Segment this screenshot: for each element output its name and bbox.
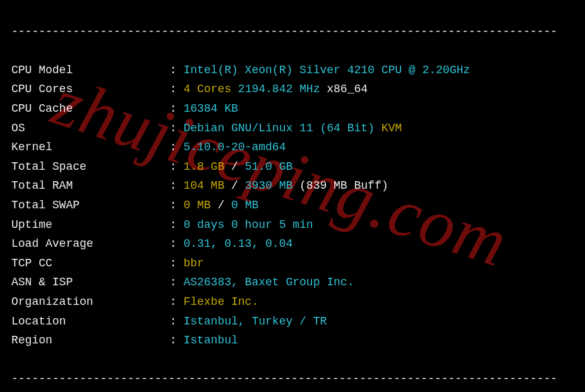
row-label: CPU Model [11,61,163,80]
row-separator: : [163,276,183,288]
row-label: Total Space [11,157,163,177]
row-value: 1.8 GB [183,160,231,173]
specs-row: Total SWAP : 0 MB / 0 MB [11,196,574,215]
row-separator: : [163,237,183,250]
row-value: bbr [183,257,203,270]
row-label: Region [11,331,163,350]
row-value: KVM [382,122,402,134]
specs-row: Region : Istanbul [11,331,574,350]
row-label: CPU Cache [11,99,163,119]
row-label: Total RAM [11,176,163,196]
row-separator: : [163,83,183,95]
row-value: 3930 MB [245,179,299,192]
row-label: TCP CC [11,254,163,273]
row-value: Debian GNU/Linux 11 (64 Bit) [183,122,381,134]
row-value: 51.0 GB [245,160,293,173]
specs-row: Organization : Flexbe Inc. [11,292,574,312]
row-separator: : [163,218,183,231]
row-value: 5.10.0-20-amd64 [183,141,286,153]
row-label: Location [11,312,163,331]
row-label: Organization [11,292,163,312]
row-value: x86_64 [327,83,368,95]
row-value: AS26383, Baxet Group Inc. [183,276,354,288]
row-separator: : [163,315,183,328]
row-value: 104 MB [183,179,231,192]
row-label: Total SWAP [11,196,163,215]
row-label: Load Average [11,234,163,254]
row-value: / [217,199,231,211]
row-value: Flexbe Inc. [183,295,258,308]
specs-row: Location : Istanbul, Turkey / TR [11,312,574,331]
row-value: / [231,179,245,192]
row-value: / [231,160,245,173]
row-separator: : [163,122,183,134]
row-value: 4 Cores [183,83,238,95]
specs-row: OS : Debian GNU/Linux 11 (64 Bit) KVM [11,119,574,138]
row-separator: : [163,141,183,153]
row-value: Istanbul, Turkey / TR [183,315,327,328]
row-label: CPU Cores [11,80,163,99]
specs-row: Kernel : 5.10.0-20-amd64 [11,138,574,157]
row-separator: : [163,64,183,76]
specs-row: Total Space : 1.8 GB / 51.0 GB [11,157,574,177]
specs-row: ASN & ISP : AS26383, Baxet Group Inc. [11,273,574,292]
row-separator: : [163,199,183,211]
row-value: 0.31, 0.13, 0.04 [183,237,292,250]
row-separator: : [163,334,183,347]
specs-row: Total RAM : 104 MB / 3930 MB (839 MB Buf… [11,176,574,196]
specs-row: CPU Model : Intel(R) Xeon(R) Silver 4210… [11,61,574,80]
row-value: Istanbul [183,334,238,347]
separator-line: ----------------------------------------… [11,22,574,42]
specs-row: CPU Cache : 16384 KB [11,99,574,119]
specs-row: TCP CC : bbr [11,254,574,273]
specs-row: Uptime : 0 days 0 hour 5 min [11,215,574,235]
row-separator: : [163,160,183,173]
row-label: Uptime [11,215,163,235]
row-value: 0 days 0 hour 5 min [183,218,313,231]
terminal-output: ----------------------------------------… [0,0,585,392]
row-value: 2194.842 MHz [238,83,327,95]
row-separator: : [163,102,183,115]
system-specs-block: CPU Model : Intel(R) Xeon(R) Silver 4210… [11,61,574,350]
row-label: OS [11,119,163,138]
specs-row: Load Average : 0.31, 0.13, 0.04 [11,234,574,254]
row-label: Kernel [11,138,163,157]
row-value: 0 MB [231,199,258,211]
separator-line: ----------------------------------------… [11,369,574,389]
row-value: 0 MB [183,199,217,211]
specs-row: CPU Cores : 4 Cores 2194.842 MHz x86_64 [11,80,574,99]
row-value: Intel(R) Xeon(R) Silver 4210 CPU @ 2.20G… [183,64,470,76]
row-value: 16384 KB [183,102,238,115]
row-label: ASN & ISP [11,273,163,292]
row-value: (839 MB Buff) [299,179,388,192]
row-separator: : [163,295,183,308]
row-separator: : [163,257,183,270]
row-separator: : [163,179,183,192]
